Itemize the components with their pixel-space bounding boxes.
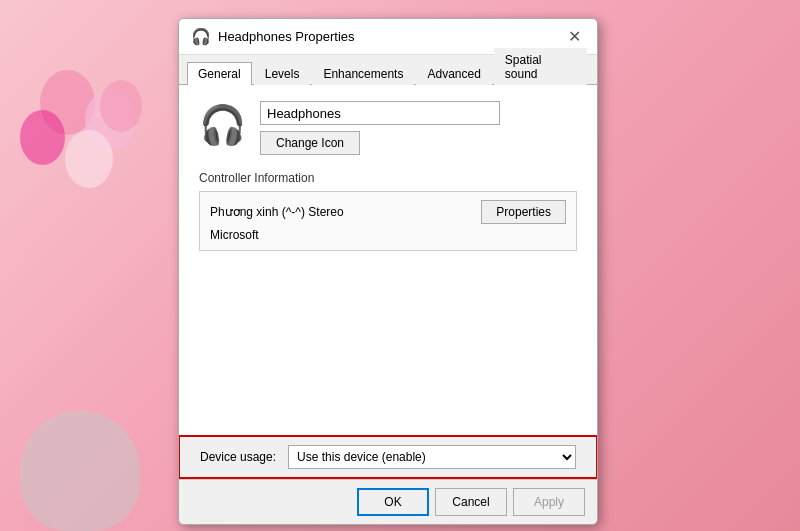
controller-section: Controller Information Phương xinh (^-^)… (199, 171, 577, 251)
ok-button[interactable]: OK (357, 488, 429, 516)
controller-box: Phương xinh (^-^) Stereo Properties Micr… (199, 191, 577, 251)
device-name-right: Change Icon (260, 101, 500, 155)
dialog-title-text: Headphones Properties (218, 29, 355, 44)
tab-general[interactable]: General (187, 62, 252, 85)
tab-advanced[interactable]: Advanced (416, 62, 491, 85)
title-bar-left: 🎧 Headphones Properties (191, 27, 355, 46)
device-usage-select[interactable]: Use this device (enable) Do not use this… (288, 445, 576, 469)
tab-spatial-sound[interactable]: Spatial sound (494, 48, 587, 85)
device-usage-label: Device usage: (200, 450, 276, 464)
properties-dialog: 🎧 Headphones Properties ✕ General Levels… (178, 18, 598, 525)
change-icon-button[interactable]: Change Icon (260, 131, 360, 155)
headphones-device-icon: 🎧 (199, 103, 246, 147)
controller-manufacturer: Microsoft (210, 228, 566, 242)
elephant-illustration (20, 411, 140, 531)
device-name-input[interactable] (260, 101, 500, 125)
device-usage-row: Device usage: Use this device (enable) D… (178, 435, 598, 479)
controller-name: Phương xinh (^-^) Stereo (210, 205, 344, 219)
controller-properties-button[interactable]: Properties (481, 200, 566, 224)
device-name-row: 🎧 Change Icon (199, 101, 577, 155)
cancel-button[interactable]: Cancel (435, 488, 507, 516)
dialog-content: 🎧 Change Icon Controller Information Phư… (179, 85, 597, 435)
tab-bar: General Levels Enhancements Advanced Spa… (179, 55, 597, 85)
dialog-footer: OK Cancel Apply (179, 479, 597, 524)
close-button[interactable]: ✕ (563, 26, 585, 48)
controller-row: Phương xinh (^-^) Stereo Properties (210, 200, 566, 224)
controller-section-label: Controller Information (199, 171, 577, 185)
tab-enhancements[interactable]: Enhancements (312, 62, 414, 85)
dialog-title-icon: 🎧 (191, 27, 211, 46)
tab-levels[interactable]: Levels (254, 62, 311, 85)
apply-button[interactable]: Apply (513, 488, 585, 516)
